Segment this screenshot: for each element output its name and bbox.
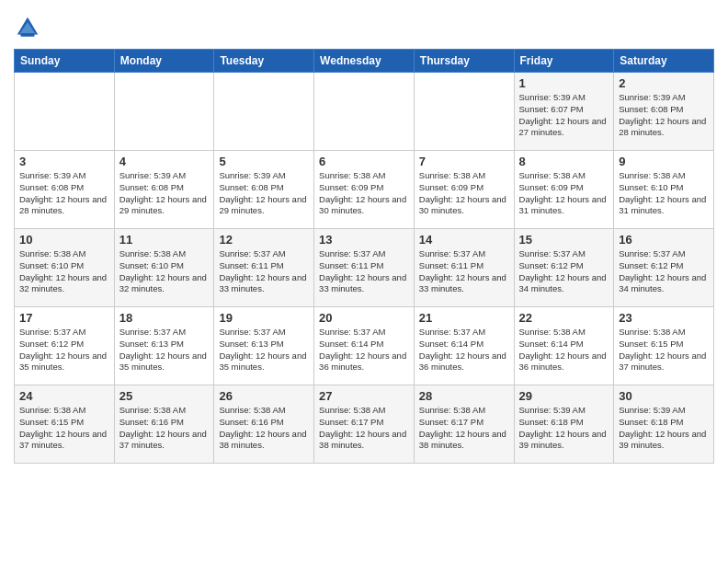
- day-number: 26: [219, 389, 309, 403]
- day-info: Sunrise: 5:38 AM Sunset: 6:10 PM Dayligh…: [19, 248, 109, 295]
- calendar-header-saturday: Saturday: [614, 50, 714, 73]
- day-info: Sunrise: 5:39 AM Sunset: 6:07 PM Dayligh…: [519, 92, 609, 139]
- day-info: Sunrise: 5:38 AM Sunset: 6:16 PM Dayligh…: [219, 405, 309, 452]
- day-number: 16: [619, 233, 709, 247]
- calendar-cell: 18Sunrise: 5:37 AM Sunset: 6:13 PM Dayli…: [114, 307, 214, 385]
- calendar-cell: [114, 73, 214, 151]
- day-number: 21: [419, 311, 509, 325]
- day-number: 25: [119, 389, 210, 403]
- day-number: 23: [619, 311, 709, 325]
- day-number: 27: [319, 389, 409, 403]
- day-info: Sunrise: 5:38 AM Sunset: 6:09 PM Dayligh…: [519, 170, 609, 217]
- calendar-cell: 28Sunrise: 5:38 AM Sunset: 6:17 PM Dayli…: [414, 385, 514, 464]
- calendar-cell: [15, 73, 115, 151]
- calendar-cell: 29Sunrise: 5:39 AM Sunset: 6:18 PM Dayli…: [514, 385, 614, 464]
- day-info: Sunrise: 5:37 AM Sunset: 6:11 PM Dayligh…: [419, 248, 509, 295]
- calendar-cell: 16Sunrise: 5:37 AM Sunset: 6:12 PM Dayli…: [614, 229, 714, 307]
- day-number: 9: [619, 155, 709, 168]
- day-number: 22: [519, 311, 609, 325]
- day-number: 3: [19, 155, 109, 168]
- calendar-cell: 19Sunrise: 5:37 AM Sunset: 6:13 PM Dayli…: [214, 307, 314, 385]
- day-info: Sunrise: 5:37 AM Sunset: 6:13 PM Dayligh…: [119, 327, 210, 373]
- day-number: 11: [119, 233, 210, 247]
- logo: [14, 14, 45, 41]
- calendar-cell: 2Sunrise: 5:39 AM Sunset: 6:08 PM Daylig…: [614, 73, 714, 151]
- calendar-cell: 9Sunrise: 5:38 AM Sunset: 6:10 PM Daylig…: [614, 151, 714, 229]
- calendar-cell: 12Sunrise: 5:37 AM Sunset: 6:11 PM Dayli…: [214, 229, 314, 307]
- day-number: 17: [19, 311, 109, 325]
- calendar-week-1: 1Sunrise: 5:39 AM Sunset: 6:07 PM Daylig…: [15, 73, 714, 151]
- main-container: SundayMondayTuesdayWednesdayThursdayFrid…: [0, 0, 728, 473]
- day-number: 30: [619, 389, 709, 403]
- day-number: 2: [619, 76, 709, 90]
- calendar-week-2: 3Sunrise: 5:39 AM Sunset: 6:08 PM Daylig…: [15, 151, 714, 229]
- calendar-week-4: 17Sunrise: 5:37 AM Sunset: 6:12 PM Dayli…: [15, 307, 714, 385]
- calendar-cell: 6Sunrise: 5:38 AM Sunset: 6:09 PM Daylig…: [314, 151, 415, 229]
- header: [14, 9, 714, 41]
- calendar-header-tuesday: Tuesday: [214, 50, 314, 73]
- day-info: Sunrise: 5:38 AM Sunset: 6:15 PM Dayligh…: [619, 327, 709, 373]
- day-info: Sunrise: 5:39 AM Sunset: 6:08 PM Dayligh…: [219, 170, 309, 217]
- calendar-header-thursday: Thursday: [414, 50, 514, 73]
- day-number: 28: [419, 389, 509, 403]
- calendar-cell: 27Sunrise: 5:38 AM Sunset: 6:17 PM Dayli…: [314, 385, 415, 464]
- day-info: Sunrise: 5:38 AM Sunset: 6:15 PM Dayligh…: [19, 405, 109, 452]
- day-info: Sunrise: 5:38 AM Sunset: 6:10 PM Dayligh…: [619, 170, 709, 217]
- day-number: 10: [19, 233, 109, 247]
- calendar-header-monday: Monday: [114, 50, 214, 73]
- calendar-cell: [414, 73, 514, 151]
- calendar-cell: 23Sunrise: 5:38 AM Sunset: 6:15 PM Dayli…: [614, 307, 714, 385]
- calendar-cell: 26Sunrise: 5:38 AM Sunset: 6:16 PM Dayli…: [214, 385, 314, 464]
- day-number: 29: [519, 389, 609, 403]
- calendar-header-wednesday: Wednesday: [314, 50, 415, 73]
- day-number: 19: [219, 311, 309, 325]
- calendar-cell: 15Sunrise: 5:37 AM Sunset: 6:12 PM Dayli…: [514, 229, 614, 307]
- day-number: 13: [319, 233, 409, 247]
- day-info: Sunrise: 5:37 AM Sunset: 6:12 PM Dayligh…: [519, 248, 609, 295]
- calendar-cell: 25Sunrise: 5:38 AM Sunset: 6:16 PM Dayli…: [114, 385, 214, 464]
- day-number: 14: [419, 233, 509, 247]
- day-info: Sunrise: 5:38 AM Sunset: 6:09 PM Dayligh…: [319, 170, 409, 217]
- day-number: 7: [419, 155, 509, 168]
- calendar-cell: 3Sunrise: 5:39 AM Sunset: 6:08 PM Daylig…: [15, 151, 115, 229]
- day-info: Sunrise: 5:38 AM Sunset: 6:09 PM Dayligh…: [419, 170, 509, 217]
- day-number: 12: [219, 233, 309, 247]
- calendar-cell: 20Sunrise: 5:37 AM Sunset: 6:14 PM Dayli…: [314, 307, 415, 385]
- day-number: 20: [319, 311, 409, 325]
- svg-rect-2: [21, 33, 35, 37]
- calendar-week-3: 10Sunrise: 5:38 AM Sunset: 6:10 PM Dayli…: [15, 229, 714, 307]
- day-info: Sunrise: 5:38 AM Sunset: 6:17 PM Dayligh…: [319, 405, 409, 452]
- day-info: Sunrise: 5:37 AM Sunset: 6:11 PM Dayligh…: [319, 248, 409, 295]
- day-number: 1: [519, 76, 609, 90]
- day-info: Sunrise: 5:37 AM Sunset: 6:14 PM Dayligh…: [419, 327, 509, 373]
- day-info: Sunrise: 5:39 AM Sunset: 6:18 PM Dayligh…: [519, 405, 609, 452]
- calendar-cell: 1Sunrise: 5:39 AM Sunset: 6:07 PM Daylig…: [514, 73, 614, 151]
- calendar-cell: [314, 73, 415, 151]
- day-number: 24: [19, 389, 109, 403]
- day-info: Sunrise: 5:37 AM Sunset: 6:12 PM Dayligh…: [19, 327, 109, 373]
- calendar-cell: 10Sunrise: 5:38 AM Sunset: 6:10 PM Dayli…: [15, 229, 115, 307]
- day-number: 6: [319, 155, 409, 168]
- day-number: 18: [119, 311, 210, 325]
- calendar-cell: 8Sunrise: 5:38 AM Sunset: 6:09 PM Daylig…: [514, 151, 614, 229]
- calendar-cell: 13Sunrise: 5:37 AM Sunset: 6:11 PM Dayli…: [314, 229, 415, 307]
- day-info: Sunrise: 5:39 AM Sunset: 6:08 PM Dayligh…: [119, 170, 210, 217]
- day-info: Sunrise: 5:39 AM Sunset: 6:08 PM Dayligh…: [619, 92, 709, 139]
- logo-icon: [14, 14, 41, 41]
- calendar-cell: 11Sunrise: 5:38 AM Sunset: 6:10 PM Dayli…: [114, 229, 214, 307]
- day-info: Sunrise: 5:38 AM Sunset: 6:14 PM Dayligh…: [519, 327, 609, 373]
- calendar-cell: [214, 73, 314, 151]
- calendar-cell: 5Sunrise: 5:39 AM Sunset: 6:08 PM Daylig…: [214, 151, 314, 229]
- day-number: 8: [519, 155, 609, 168]
- day-info: Sunrise: 5:38 AM Sunset: 6:17 PM Dayligh…: [419, 405, 509, 452]
- calendar-cell: 24Sunrise: 5:38 AM Sunset: 6:15 PM Dayli…: [15, 385, 115, 464]
- day-number: 4: [119, 155, 210, 168]
- day-info: Sunrise: 5:37 AM Sunset: 6:14 PM Dayligh…: [319, 327, 409, 373]
- day-number: 15: [519, 233, 609, 247]
- calendar-header-friday: Friday: [514, 50, 614, 73]
- calendar-cell: 30Sunrise: 5:39 AM Sunset: 6:18 PM Dayli…: [614, 385, 714, 464]
- day-info: Sunrise: 5:38 AM Sunset: 6:10 PM Dayligh…: [119, 248, 210, 295]
- calendar-week-5: 24Sunrise: 5:38 AM Sunset: 6:15 PM Dayli…: [15, 385, 714, 464]
- day-info: Sunrise: 5:38 AM Sunset: 6:16 PM Dayligh…: [119, 405, 210, 452]
- day-info: Sunrise: 5:37 AM Sunset: 6:12 PM Dayligh…: [619, 248, 709, 295]
